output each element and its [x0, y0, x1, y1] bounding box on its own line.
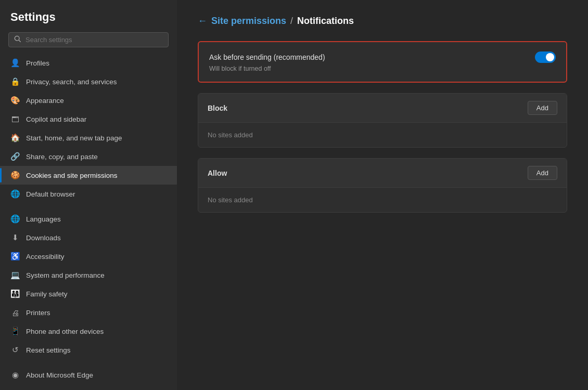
block-add-button[interactable]: Add	[528, 101, 557, 115]
sidebar-item-label-languages: Languages	[26, 215, 61, 223]
sidebar-item-label-privacy: Privacy, search, and services	[26, 78, 117, 86]
allow-empty-text: No sites added	[198, 188, 567, 212]
sidebar-item-label-accessibility: Accessibility	[26, 253, 65, 261]
privacy-icon: 🔒	[10, 77, 20, 86]
search-input[interactable]	[25, 36, 163, 44]
sidebar-item-share-copy[interactable]: 🔗Share, copy, and paste	[0, 147, 177, 166]
permission-toggle-title: Ask before sending (recommended)	[209, 53, 325, 61]
block-section: Block Add No sites added	[198, 93, 567, 148]
breadcrumb-parent[interactable]: Site permissions	[211, 16, 286, 27]
sidebar-item-profiles[interactable]: 👤Profiles	[0, 54, 177, 72]
sidebar-item-cookies[interactable]: 🍪Cookies and site permissions	[0, 166, 177, 185]
sidebar-item-label-start-home: Start, home, and new tab page	[26, 134, 122, 142]
sidebar-item-accessibility[interactable]: ♿Accessibility	[0, 247, 177, 266]
sidebar-item-phone[interactable]: 📱Phone and other devices	[0, 322, 177, 341]
sidebar-item-label-downloads: Downloads	[26, 234, 61, 242]
sidebar-item-downloads[interactable]: ⬇Downloads	[0, 228, 177, 247]
nav-top-group: 👤Profiles🔒Privacy, search, and services🎨…	[0, 54, 177, 203]
sidebar-item-privacy[interactable]: 🔒Privacy, search, and services	[0, 72, 177, 91]
phone-icon: 📱	[10, 327, 20, 336]
settings-title: Settings	[0, 10, 177, 32]
sidebar-item-label-family: Family safety	[26, 290, 68, 298]
sidebar: Settings 👤Profiles🔒Privacy, search, and …	[0, 0, 177, 390]
profiles-icon: 👤	[10, 58, 20, 68]
sidebar-item-about[interactable]: ◉About Microsoft Edge	[0, 366, 177, 384]
accessibility-icon: ♿	[10, 252, 20, 261]
reset-icon: ↺	[10, 345, 20, 355]
permission-toggle-description: Will block if turned off	[209, 65, 556, 72]
permission-card-header: Ask before sending (recommended)	[209, 51, 556, 63]
sidebar-item-default-browser[interactable]: 🌐Default browser	[0, 185, 177, 203]
back-button[interactable]: ←	[198, 16, 207, 27]
sidebar-item-copilot[interactable]: 🗔Copilot and sidebar	[0, 110, 177, 128]
share-copy-icon: 🔗	[10, 152, 20, 161]
sidebar-item-label-about: About Microsoft Edge	[26, 371, 93, 379]
sidebar-item-label-profiles: Profiles	[26, 59, 49, 67]
sidebar-item-label-copilot: Copilot and sidebar	[26, 115, 86, 123]
search-icon	[14, 35, 21, 44]
printers-icon: 🖨	[10, 308, 20, 317]
languages-icon: 🌐	[10, 214, 20, 224]
sidebar-item-family[interactable]: 👨‍👩‍👧Family safety	[0, 284, 177, 303]
downloads-icon: ⬇	[10, 233, 20, 242]
default-browser-icon: 🌐	[10, 189, 20, 199]
appearance-icon: 🎨	[10, 96, 20, 105]
sidebar-item-label-system: System and performance	[26, 271, 105, 279]
sidebar-item-printers[interactable]: 🖨Printers	[0, 303, 177, 322]
about-icon: ◉	[10, 370, 20, 380]
block-section-header: Block Add	[198, 94, 567, 123]
nav-bottom-group: 🌐Languages⬇Downloads♿Accessibility💻Syste…	[0, 210, 177, 359]
family-icon: 👨‍👩‍👧	[10, 289, 20, 298]
block-section-title: Block	[208, 104, 227, 112]
allow-section-title: Allow	[208, 169, 227, 177]
nav-about-group: ◉About Microsoft Edge	[0, 366, 177, 384]
sidebar-item-label-default-browser: Default browser	[26, 190, 75, 198]
sidebar-item-label-printers: Printers	[26, 309, 50, 317]
sidebar-item-label-appearance: Appearance	[26, 97, 64, 105]
copilot-icon: 🗔	[10, 114, 20, 124]
sidebar-item-label-phone: Phone and other devices	[26, 328, 104, 335]
sidebar-item-label-cookies: Cookies and site permissions	[26, 172, 118, 179]
start-home-icon: 🏠	[10, 133, 20, 142]
main-content: ← Site permissions / Notifications Ask b…	[177, 0, 588, 390]
search-box[interactable]	[8, 32, 169, 47]
svg-line-1	[19, 40, 21, 42]
sidebar-item-start-home[interactable]: 🏠Start, home, and new tab page	[0, 128, 177, 147]
ask-before-sending-toggle[interactable]	[535, 51, 556, 63]
svg-point-0	[15, 36, 19, 41]
breadcrumb: ← Site permissions / Notifications	[198, 16, 567, 27]
sidebar-item-appearance[interactable]: 🎨Appearance	[0, 91, 177, 110]
cookies-icon: 🍪	[10, 171, 20, 180]
block-empty-text: No sites added	[198, 123, 567, 147]
ask-before-sending-card: Ask before sending (recommended) Will bl…	[198, 41, 567, 83]
sidebar-item-system[interactable]: 💻System and performance	[0, 266, 177, 284]
sidebar-item-label-share-copy: Share, copy, and paste	[26, 153, 98, 161]
sidebar-item-languages[interactable]: 🌐Languages	[0, 210, 177, 228]
allow-section-header: Allow Add	[198, 159, 567, 188]
breadcrumb-current: Notifications	[297, 16, 354, 27]
sidebar-item-label-reset: Reset settings	[26, 346, 71, 354]
sidebar-item-reset[interactable]: ↺Reset settings	[0, 341, 177, 359]
breadcrumb-separator: /	[290, 16, 293, 27]
system-icon: 💻	[10, 270, 20, 280]
allow-section: Allow Add No sites added	[198, 158, 567, 213]
allow-add-button[interactable]: Add	[528, 166, 557, 180]
